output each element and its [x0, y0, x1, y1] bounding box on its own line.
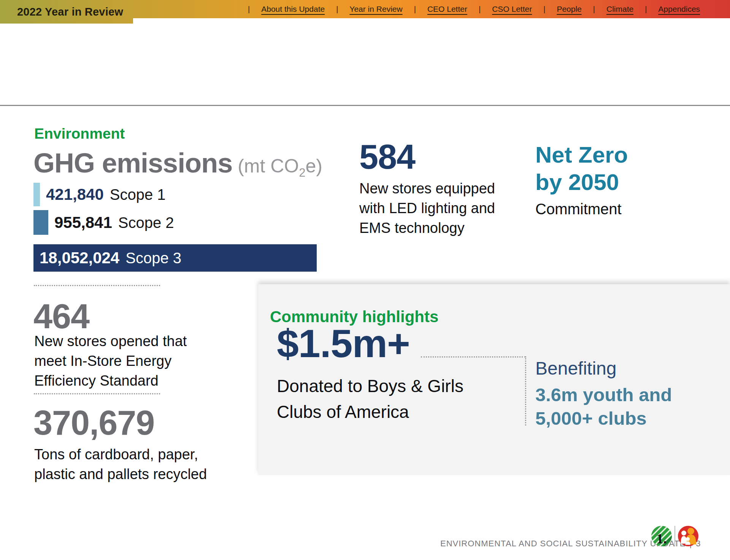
page-title: 2022 Year in Review	[17, 6, 123, 18]
environment-heading: Environment	[34, 125, 125, 142]
nav-link-climate[interactable]: Climate	[606, 5, 633, 14]
dotted-connector-horizontal	[421, 356, 525, 358]
year-in-review-tab[interactable]: 2022 Year in Review	[0, 0, 133, 24]
ghg-label-scope1: 421,840 Scope 1	[46, 185, 166, 204]
header-divider	[0, 105, 730, 106]
nav-link-ceo-letter[interactable]: CEO Letter	[427, 5, 467, 14]
nav-separator: |	[248, 5, 250, 14]
ghg-value-scope3: 18,052,024	[40, 249, 119, 267]
nav-separator: |	[336, 5, 338, 14]
stat-464-caption: New stores opened that meet In-Store Ene…	[34, 331, 187, 391]
ghg-category-scope2: Scope 2	[118, 214, 174, 231]
nav-separator: |	[543, 5, 545, 14]
stat-584-caption: New stores equipped with LED lighting an…	[359, 179, 495, 238]
nav-separator: |	[645, 5, 647, 14]
net-zero-heading: Net Zero by 2050	[535, 141, 628, 196]
ghg-value-scope1: 421,840	[46, 185, 104, 204]
nav-separator: |	[414, 5, 416, 14]
benefit-label: Benefiting	[535, 358, 617, 379]
nav-link-year-in-review[interactable]: Year in Review	[349, 5, 402, 14]
nav-link-cso-letter[interactable]: CSO Letter	[492, 5, 532, 14]
donation-caption: Donated to Boys & Girls Clubs of America	[277, 373, 463, 425]
footer-report-title: ENVIRONMENTAL AND SOCIAL SUSTAINABILITY …	[440, 539, 686, 548]
nav-separator: |	[593, 5, 595, 14]
stat-370679-caption: Tons of cardboard, paper, plastic and pa…	[34, 445, 207, 484]
ghg-title-text: GHG emissions	[33, 148, 232, 178]
ghg-unit: (mt CO2e)	[238, 155, 322, 177]
ghg-emissions-title: GHG emissions(mt CO2e)	[33, 147, 322, 180]
ghg-value-scope2: 955,841	[54, 214, 112, 232]
footer-logos: 1.	[651, 525, 699, 547]
net-zero-caption: Commitment	[535, 201, 622, 218]
donation-value: $1.5m+	[277, 324, 410, 363]
dotted-divider-1	[34, 285, 160, 286]
dotted-divider-2	[34, 393, 160, 394]
stat-584-value: 584	[359, 140, 415, 174]
top-nav: |About this Update|Year in Review|CEO Le…	[236, 0, 700, 18]
benefit-lines: 3.6m youth and 5,000+ clubs	[535, 383, 672, 430]
ghg-label-scope2: 955,841 Scope 2	[54, 214, 174, 232]
dotted-connector-vertical	[525, 356, 526, 426]
ghg-bar-row-scope3: 18,052,024 Scope 3	[33, 244, 317, 272]
ghg-bar-scope1	[33, 183, 40, 206]
dollar-tree-logo-icon: 1.	[651, 525, 672, 547]
nav-link-about-this-update[interactable]: About this Update	[261, 5, 325, 14]
ghg-bar-scope2	[33, 210, 48, 235]
nav-link-people[interactable]: People	[557, 5, 581, 14]
logo-divider	[674, 526, 675, 546]
report-page: |About this Update|Year in Review|CEO Le…	[0, 0, 730, 560]
ghg-bar-row-scope2: 955,841 Scope 2	[33, 210, 174, 235]
stat-464-value: 464	[33, 299, 89, 334]
ghg-label-scope3: 18,052,024 Scope 3	[40, 249, 181, 267]
ghg-category-scope1: Scope 1	[110, 186, 166, 203]
ghg-bar-scope3: 18,052,024 Scope 3	[33, 244, 317, 272]
nav-link-appendices[interactable]: Appendices	[658, 5, 700, 14]
nav-separator: |	[479, 5, 481, 14]
stat-370679-value: 370,679	[33, 406, 154, 440]
svg-text:1.: 1.	[657, 531, 667, 546]
ghg-bar-row-scope1: 421,840 Scope 1	[33, 183, 166, 206]
ghg-category-scope3: Scope 3	[125, 250, 181, 267]
family-dollar-logo-icon	[678, 525, 699, 547]
